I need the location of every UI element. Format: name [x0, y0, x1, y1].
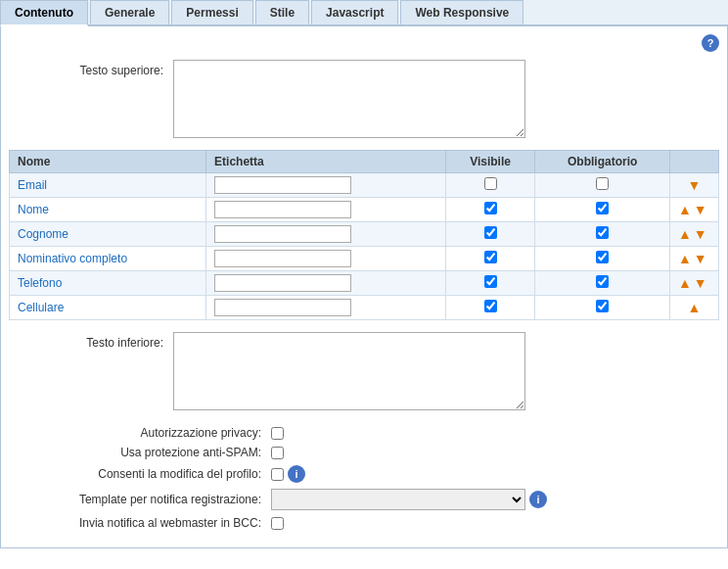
- move-down-button[interactable]: ▼: [688, 178, 702, 192]
- tab-bar: Contenuto Generale Permessi Stile Javasc…: [0, 0, 728, 26]
- table-row: Nominativo completo▲▼: [10, 247, 719, 271]
- move-down-button[interactable]: ▼: [694, 276, 707, 290]
- row-nome: Telefono: [10, 271, 206, 296]
- row-nome: Nome: [10, 198, 206, 222]
- testo-inferiore-input[interactable]: [173, 332, 525, 410]
- col-etichetta: Etichetta: [206, 151, 446, 173]
- row-nome: Email: [10, 173, 206, 198]
- row-nome: Nominativo completo: [10, 247, 206, 271]
- row-nome: Cellulare: [10, 296, 206, 320]
- move-up-button[interactable]: ▲: [678, 276, 692, 290]
- obbligatorio-cell: [535, 222, 670, 247]
- visibile-checkbox[interactable]: [484, 177, 497, 190]
- table-row: Cognome▲▼: [10, 222, 719, 247]
- col-obbligatorio: Obbligatorio: [535, 151, 670, 173]
- template-select[interactable]: [271, 489, 525, 510]
- info-icon[interactable]: i: [288, 465, 305, 483]
- testo-inferiore-label: Testo inferiore:: [17, 332, 173, 350]
- bottom-field-row: Consenti la modifica del profilo:i: [17, 465, 711, 483]
- arrows-cell: ▲▼: [670, 271, 719, 296]
- visibile-cell: [445, 198, 535, 222]
- etichetta-input[interactable]: [214, 225, 351, 243]
- obbligatorio-checkbox[interactable]: [596, 275, 609, 288]
- bottom-section: Autorizzazione privacy:Usa protezione an…: [9, 422, 719, 540]
- bottom-field-label: Usa protezione anti-SPAM:: [17, 446, 271, 459]
- col-visibile: Visibile: [445, 151, 535, 173]
- main-content: ? Testo superiore: Nome Etichetta Visibi…: [0, 26, 728, 548]
- col-actions: [670, 151, 719, 173]
- etichetta-input[interactable]: [214, 250, 351, 267]
- tab-stile[interactable]: Stile: [255, 0, 309, 24]
- testo-superiore-label: Testo superiore:: [17, 60, 173, 77]
- obbligatorio-checkbox[interactable]: [596, 300, 609, 312]
- obbligatorio-checkbox[interactable]: [596, 226, 609, 239]
- obbligatorio-checkbox[interactable]: [596, 177, 609, 190]
- table-row: Email▼: [10, 173, 719, 198]
- move-up-button[interactable]: ▲: [688, 301, 702, 314]
- obbligatorio-cell: [535, 296, 670, 320]
- obbligatorio-cell: [535, 198, 670, 222]
- bottom-field-row: Autorizzazione privacy:: [17, 426, 711, 440]
- obbligatorio-checkbox[interactable]: [596, 251, 609, 263]
- table-row: Cellulare▲: [10, 296, 719, 320]
- col-nome: Nome: [10, 151, 206, 173]
- bottom-field-row: Usa protezione anti-SPAM:: [17, 446, 711, 459]
- move-up-button[interactable]: ▲: [678, 203, 692, 216]
- tab-contenuto[interactable]: Contenuto: [0, 0, 88, 26]
- tab-permessi[interactable]: Permessi: [171, 0, 252, 24]
- etichetta-input[interactable]: [214, 299, 351, 316]
- visibile-cell: [445, 271, 535, 296]
- bottom-field-label: Invia notifica al webmaster in BCC:: [17, 516, 271, 530]
- arrows-cell: ▲▼: [670, 247, 719, 271]
- visibile-checkbox[interactable]: [484, 226, 497, 239]
- table-row: Nome▲▼: [10, 198, 719, 222]
- visibile-checkbox[interactable]: [484, 251, 497, 263]
- visibile-cell: [445, 247, 535, 271]
- help-row: ?: [9, 34, 719, 52]
- bottom-checkbox[interactable]: [271, 427, 284, 440]
- tab-web-responsive[interactable]: Web Responsive: [400, 0, 523, 24]
- move-down-button[interactable]: ▼: [694, 203, 707, 216]
- info-icon[interactable]: i: [529, 491, 547, 508]
- bottom-field-label: Template per notifica registrazione:: [17, 493, 271, 506]
- obbligatorio-cell: [535, 173, 670, 198]
- testo-superiore-row: Testo superiore:: [9, 56, 719, 142]
- move-up-button[interactable]: ▲: [678, 227, 692, 241]
- obbligatorio-checkbox[interactable]: [596, 202, 609, 214]
- testo-inferiore-row: Testo inferiore:: [9, 328, 719, 414]
- bottom-field-row: Template per notifica registrazione:i: [17, 489, 711, 510]
- bottom-field-row: Invia notifica al webmaster in BCC:: [17, 516, 711, 530]
- help-icon[interactable]: ?: [702, 34, 719, 52]
- tab-javascript[interactable]: Javascript: [311, 0, 398, 24]
- visibile-cell: [445, 222, 535, 247]
- arrows-cell: ▲: [670, 296, 719, 320]
- tab-generale[interactable]: Generale: [90, 0, 169, 24]
- fields-table: Nome Etichetta Visibile Obbligatorio Ema…: [9, 150, 719, 320]
- visibile-cell: [445, 173, 535, 198]
- arrows-cell: ▲▼: [670, 222, 719, 247]
- obbligatorio-cell: [535, 271, 670, 296]
- bottom-checkbox[interactable]: [271, 517, 284, 530]
- etichetta-input[interactable]: [214, 176, 351, 194]
- testo-superiore-input[interactable]: [173, 60, 525, 138]
- visibile-checkbox[interactable]: [484, 202, 497, 214]
- arrows-cell: ▼: [670, 173, 719, 198]
- arrows-cell: ▲▼: [670, 198, 719, 222]
- etichetta-input[interactable]: [214, 201, 351, 218]
- bottom-field-label: Autorizzazione privacy:: [17, 426, 271, 440]
- bottom-field-label: Consenti la modifica del profilo:: [17, 467, 271, 481]
- table-row: Telefono▲▼: [10, 271, 719, 296]
- visibile-checkbox[interactable]: [484, 300, 497, 312]
- visibile-checkbox[interactable]: [484, 275, 497, 288]
- bottom-checkbox[interactable]: [271, 447, 284, 459]
- move-down-button[interactable]: ▼: [694, 252, 707, 265]
- etichetta-input[interactable]: [214, 274, 351, 292]
- move-up-button[interactable]: ▲: [678, 252, 692, 265]
- visibile-cell: [445, 296, 535, 320]
- move-down-button[interactable]: ▼: [694, 227, 707, 241]
- obbligatorio-cell: [535, 247, 670, 271]
- row-nome: Cognome: [10, 222, 206, 247]
- bottom-checkbox[interactable]: [271, 468, 284, 481]
